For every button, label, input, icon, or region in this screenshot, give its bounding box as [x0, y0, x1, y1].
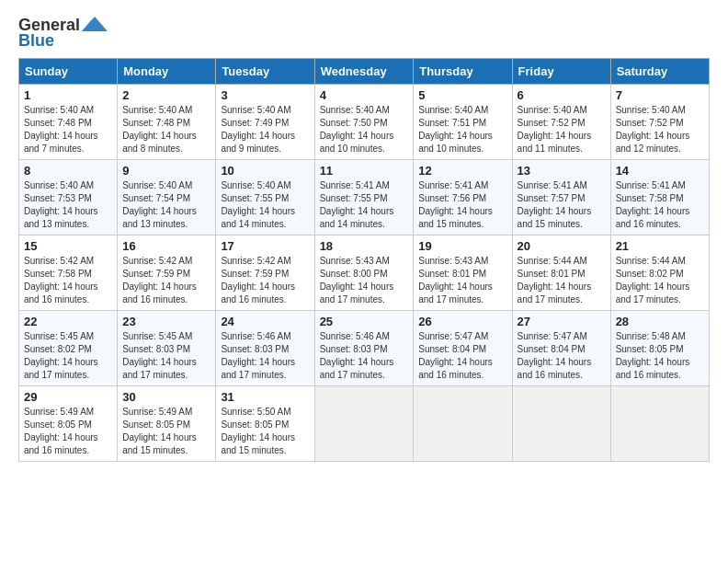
day-info: Sunrise: 5:50 AM Sunset: 8:05 PM Dayligh…	[221, 406, 309, 457]
empty-cell	[610, 386, 709, 462]
day-cell-12: 12 Sunrise: 5:41 AM Sunset: 7:56 PM Dayl…	[414, 160, 512, 236]
day-cell-8: 8 Sunrise: 5:40 AM Sunset: 7:53 PM Dayli…	[19, 160, 118, 236]
day-cell-31: 31 Sunrise: 5:50 AM Sunset: 8:05 PM Dayl…	[216, 386, 314, 462]
day-info: Sunrise: 5:41 AM Sunset: 7:58 PM Dayligh…	[616, 179, 704, 231]
day-cell-17: 17 Sunrise: 5:42 AM Sunset: 7:59 PM Dayl…	[216, 236, 314, 311]
day-info: Sunrise: 5:42 AM Sunset: 7:59 PM Dayligh…	[122, 255, 210, 306]
day-cell-16: 16 Sunrise: 5:42 AM Sunset: 7:59 PM Dayl…	[118, 236, 216, 311]
header: General Blue	[18, 15, 710, 51]
header-saturday: Saturday	[610, 59, 709, 85]
day-info: Sunrise: 5:41 AM Sunset: 7:55 PM Dayligh…	[320, 179, 409, 231]
day-info: Sunrise: 5:40 AM Sunset: 7:48 PM Dayligh…	[24, 104, 112, 155]
empty-cell	[314, 386, 414, 462]
day-info: Sunrise: 5:42 AM Sunset: 7:58 PM Dayligh…	[24, 255, 112, 306]
empty-cell	[414, 386, 512, 462]
day-number: 17	[221, 239, 309, 253]
day-cell-20: 20 Sunrise: 5:44 AM Sunset: 8:01 PM Dayl…	[512, 236, 610, 311]
day-cell-11: 11 Sunrise: 5:41 AM Sunset: 7:55 PM Dayl…	[314, 160, 414, 236]
day-cell-5: 5 Sunrise: 5:40 AM Sunset: 7:51 PM Dayli…	[414, 85, 512, 160]
day-number: 19	[418, 239, 506, 253]
day-number: 21	[616, 239, 704, 253]
day-cell-9: 9 Sunrise: 5:40 AM Sunset: 7:54 PM Dayli…	[118, 160, 216, 236]
day-cell-15: 15 Sunrise: 5:42 AM Sunset: 7:58 PM Dayl…	[19, 236, 118, 311]
day-number: 12	[418, 164, 506, 178]
day-number: 18	[320, 239, 409, 253]
empty-cell	[512, 386, 610, 462]
day-cell-19: 19 Sunrise: 5:43 AM Sunset: 8:01 PM Dayl…	[414, 236, 512, 311]
header-tuesday: Tuesday	[216, 59, 314, 85]
day-cell-1: 1 Sunrise: 5:40 AM Sunset: 7:48 PM Dayli…	[19, 85, 118, 160]
day-number: 25	[320, 315, 409, 328]
day-number: 14	[616, 164, 704, 178]
day-info: Sunrise: 5:45 AM Sunset: 8:03 PM Dayligh…	[122, 330, 210, 382]
logo: General Blue	[18, 15, 108, 51]
day-cell-24: 24 Sunrise: 5:46 AM Sunset: 8:03 PM Dayl…	[216, 311, 314, 386]
day-number: 8	[24, 164, 112, 178]
day-info: Sunrise: 5:41 AM Sunset: 7:56 PM Dayligh…	[418, 179, 506, 231]
day-info: Sunrise: 5:40 AM Sunset: 7:55 PM Dayligh…	[221, 179, 309, 231]
day-cell-18: 18 Sunrise: 5:43 AM Sunset: 8:00 PM Dayl…	[314, 236, 414, 311]
day-info: Sunrise: 5:46 AM Sunset: 8:03 PM Dayligh…	[221, 330, 309, 382]
day-number: 3	[221, 88, 309, 102]
day-info: Sunrise: 5:40 AM Sunset: 7:52 PM Dayligh…	[616, 104, 704, 155]
header-wednesday: Wednesday	[314, 59, 414, 85]
logo-blue-text: Blue	[18, 31, 54, 51]
day-cell-22: 22 Sunrise: 5:45 AM Sunset: 8:02 PM Dayl…	[19, 311, 118, 386]
day-info: Sunrise: 5:44 AM Sunset: 8:02 PM Dayligh…	[616, 255, 704, 306]
day-number: 2	[122, 88, 210, 102]
day-number: 24	[221, 315, 309, 328]
day-cell-30: 30 Sunrise: 5:49 AM Sunset: 8:05 PM Dayl…	[118, 386, 216, 462]
day-cell-6: 6 Sunrise: 5:40 AM Sunset: 7:52 PM Dayli…	[512, 85, 610, 160]
day-number: 30	[122, 390, 210, 404]
day-info: Sunrise: 5:40 AM Sunset: 7:49 PM Dayligh…	[221, 104, 309, 155]
day-number: 5	[418, 88, 506, 102]
day-info: Sunrise: 5:40 AM Sunset: 7:52 PM Dayligh…	[518, 104, 606, 155]
day-info: Sunrise: 5:48 AM Sunset: 8:05 PM Dayligh…	[616, 330, 704, 382]
day-info: Sunrise: 5:49 AM Sunset: 8:05 PM Dayligh…	[24, 406, 112, 457]
day-cell-3: 3 Sunrise: 5:40 AM Sunset: 7:49 PM Dayli…	[216, 85, 314, 160]
day-info: Sunrise: 5:40 AM Sunset: 7:50 PM Dayligh…	[320, 104, 409, 155]
day-info: Sunrise: 5:47 AM Sunset: 8:04 PM Dayligh…	[518, 330, 606, 382]
day-number: 20	[518, 239, 606, 253]
day-number: 15	[24, 239, 112, 253]
day-number: 26	[418, 315, 506, 328]
day-cell-23: 23 Sunrise: 5:45 AM Sunset: 8:03 PM Dayl…	[118, 311, 216, 386]
day-info: Sunrise: 5:45 AM Sunset: 8:02 PM Dayligh…	[24, 330, 112, 382]
day-cell-21: 21 Sunrise: 5:44 AM Sunset: 8:02 PM Dayl…	[610, 236, 709, 311]
day-number: 7	[616, 88, 704, 102]
calendar-week-2: 8 Sunrise: 5:40 AM Sunset: 7:53 PM Dayli…	[19, 160, 710, 236]
header-sunday: Sunday	[19, 59, 118, 85]
day-number: 1	[24, 88, 112, 102]
calendar-table: SundayMondayTuesdayWednesdayThursdayFrid…	[18, 58, 710, 462]
calendar-header-row: SundayMondayTuesdayWednesdayThursdayFrid…	[19, 59, 710, 85]
day-number: 27	[518, 315, 606, 328]
header-thursday: Thursday	[414, 59, 512, 85]
day-cell-29: 29 Sunrise: 5:49 AM Sunset: 8:05 PM Dayl…	[19, 386, 118, 462]
day-info: Sunrise: 5:43 AM Sunset: 8:01 PM Dayligh…	[418, 255, 506, 306]
day-info: Sunrise: 5:40 AM Sunset: 7:53 PM Dayligh…	[24, 179, 112, 231]
day-info: Sunrise: 5:42 AM Sunset: 7:59 PM Dayligh…	[221, 255, 309, 306]
calendar-week-4: 22 Sunrise: 5:45 AM Sunset: 8:02 PM Dayl…	[19, 311, 710, 386]
day-number: 9	[122, 164, 210, 178]
day-cell-14: 14 Sunrise: 5:41 AM Sunset: 7:58 PM Dayl…	[610, 160, 709, 236]
day-cell-13: 13 Sunrise: 5:41 AM Sunset: 7:57 PM Dayl…	[512, 160, 610, 236]
header-monday: Monday	[118, 59, 216, 85]
day-info: Sunrise: 5:40 AM Sunset: 7:54 PM Dayligh…	[122, 179, 210, 231]
day-cell-27: 27 Sunrise: 5:47 AM Sunset: 8:04 PM Dayl…	[512, 311, 610, 386]
day-cell-4: 4 Sunrise: 5:40 AM Sunset: 7:50 PM Dayli…	[314, 85, 414, 160]
day-info: Sunrise: 5:40 AM Sunset: 7:48 PM Dayligh…	[122, 104, 210, 155]
day-number: 22	[24, 315, 112, 328]
day-number: 6	[518, 88, 606, 102]
day-cell-28: 28 Sunrise: 5:48 AM Sunset: 8:05 PM Dayl…	[610, 311, 709, 386]
day-cell-26: 26 Sunrise: 5:47 AM Sunset: 8:04 PM Dayl…	[414, 311, 512, 386]
day-info: Sunrise: 5:41 AM Sunset: 7:57 PM Dayligh…	[518, 179, 606, 231]
day-info: Sunrise: 5:46 AM Sunset: 8:03 PM Dayligh…	[320, 330, 409, 382]
calendar-week-3: 15 Sunrise: 5:42 AM Sunset: 7:58 PM Dayl…	[19, 236, 710, 311]
day-number: 31	[221, 390, 309, 404]
day-number: 13	[518, 164, 606, 178]
day-cell-25: 25 Sunrise: 5:46 AM Sunset: 8:03 PM Dayl…	[314, 311, 414, 386]
day-cell-2: 2 Sunrise: 5:40 AM Sunset: 7:48 PM Dayli…	[118, 85, 216, 160]
day-number: 29	[24, 390, 112, 404]
calendar-week-5: 29 Sunrise: 5:49 AM Sunset: 8:05 PM Dayl…	[19, 386, 710, 462]
day-info: Sunrise: 5:47 AM Sunset: 8:04 PM Dayligh…	[418, 330, 506, 382]
